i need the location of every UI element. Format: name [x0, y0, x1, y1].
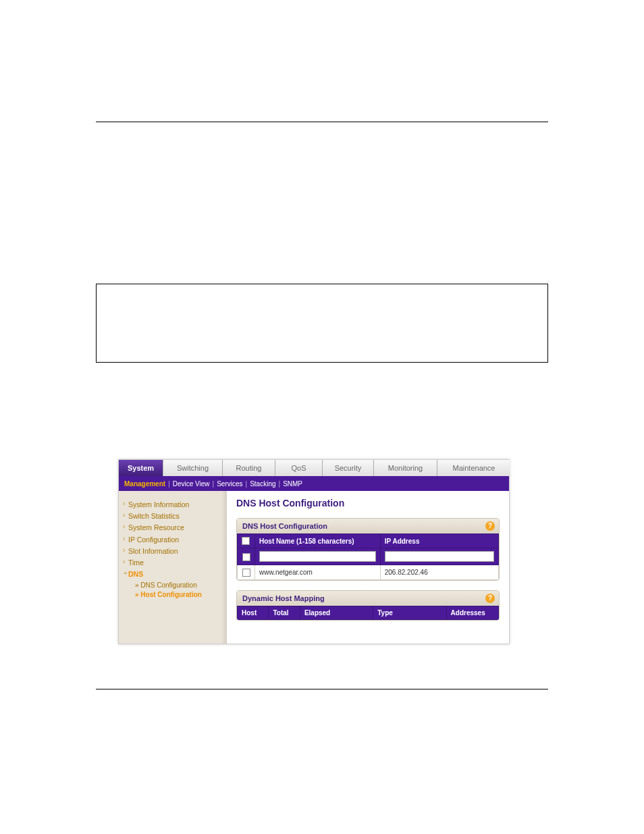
ip-address-input[interactable]: [385, 551, 494, 562]
subnav-separator: |: [279, 480, 281, 488]
host-name-cell: www.netgear.com: [255, 565, 381, 579]
panel-header: DNS Host Configuration ?: [237, 519, 499, 533]
subnav-device-view[interactable]: Device View: [173, 480, 210, 488]
sidebar-sub-label: DNS Configuration: [140, 581, 196, 589]
sidebar-sub-host-configuration[interactable]: » Host Configuration: [123, 590, 223, 600]
sidebar: System Information Switch Statistics Sys…: [119, 491, 227, 644]
subnav-bar: Management | Device View | Services | St…: [119, 476, 509, 491]
tab-security[interactable]: Security: [323, 460, 374, 476]
table-header-row: Host Name (1-158 characters) IP Address: [238, 534, 499, 548]
sidebar-sub-label: Host Configuration: [140, 591, 202, 598]
sidebar-item-slot-information[interactable]: Slot Information: [123, 546, 223, 557]
tab-label: Routing: [236, 464, 262, 472]
col-host: Host: [238, 606, 269, 619]
select-all-header[interactable]: [238, 534, 255, 548]
body-row: System Information Switch Statistics Sys…: [119, 491, 509, 644]
table-row: www.netgear.com 206.82.202.46: [238, 565, 499, 579]
subnav-separator: |: [168, 480, 170, 488]
dns-host-table: Host Name (1-158 characters) IP Address: [237, 533, 499, 580]
col-addresses: Addresses: [446, 606, 498, 619]
help-icon[interactable]: ?: [485, 594, 495, 603]
top-tabs: System Switching Routing QoS Security Mo…: [119, 460, 509, 476]
sidebar-item-time[interactable]: Time: [123, 557, 223, 569]
table-input-row: [238, 548, 499, 565]
subnav-separator: |: [246, 480, 248, 488]
screenshot-region: System Switching Routing QoS Security Mo…: [118, 459, 510, 644]
panel-dns-host-config: DNS Host Configuration ? Host Name (1-15…: [236, 518, 500, 581]
ip-address-cell: 206.82.202.46: [380, 565, 498, 579]
panel-dynamic-host-mapping: Dynamic Host Mapping ? Host Total Elapse…: [236, 590, 500, 621]
bullet-icon: »: [135, 591, 139, 598]
page-title: DNS Host Configuration: [236, 498, 500, 509]
horizontal-rule-top: [96, 122, 548, 122]
checkbox-icon: [242, 569, 250, 577]
tab-switching[interactable]: Switching: [163, 460, 223, 476]
tab-routing[interactable]: Routing: [223, 460, 275, 476]
subnav-services[interactable]: Services: [217, 480, 242, 488]
sidebar-item-dns[interactable]: DNS: [123, 569, 223, 580]
sidebar-sub-dns-configuration[interactable]: » DNS Configuration: [123, 581, 223, 591]
subnav-management[interactable]: Management: [124, 480, 165, 488]
panel-title: Dynamic Host Mapping: [242, 594, 325, 602]
col-ip-address: IP Address: [380, 534, 498, 548]
tab-label: Security: [335, 464, 362, 472]
col-type: Type: [373, 606, 446, 619]
tab-label: System: [128, 464, 154, 472]
ip-address-input-cell: [380, 548, 498, 565]
bullet-icon: »: [135, 581, 139, 589]
col-host-name: Host Name (1-158 characters): [255, 534, 381, 548]
help-icon[interactable]: ?: [485, 521, 495, 531]
col-elapsed: Elapsed: [300, 606, 373, 619]
sidebar-item-system-resource[interactable]: System Resource: [123, 522, 223, 533]
host-name-input[interactable]: [259, 551, 376, 562]
tab-maintenance[interactable]: Maintenance: [437, 460, 510, 476]
row-checkbox-cell[interactable]: [238, 548, 255, 565]
col-total: Total: [269, 606, 300, 619]
row-checkbox-cell[interactable]: [238, 565, 255, 579]
subnav-stacking[interactable]: Stacking: [250, 480, 275, 488]
tab-monitoring[interactable]: Monitoring: [374, 460, 437, 476]
tab-label: Monitoring: [388, 464, 423, 472]
dynamic-host-table: Host Total Elapsed Type Addresses: [237, 606, 499, 620]
panel-title: DNS Host Configuration: [242, 522, 327, 530]
sidebar-item-ip-configuration[interactable]: IP Configuration: [123, 534, 223, 546]
content-box: [96, 284, 548, 363]
main-content: DNS Host Configuration DNS Host Configur…: [227, 491, 509, 644]
sidebar-item-switch-statistics[interactable]: Switch Statistics: [123, 511, 223, 522]
checkbox-icon: [242, 537, 250, 545]
sidebar-item-system-information[interactable]: System Information: [123, 499, 223, 511]
tab-qos[interactable]: QoS: [275, 460, 323, 476]
host-name-input-cell: [255, 548, 381, 565]
horizontal-rule-bottom: [96, 689, 548, 689]
tab-label: Maintenance: [453, 464, 495, 472]
tab-system[interactable]: System: [119, 460, 163, 476]
panel-header: Dynamic Host Mapping ?: [237, 591, 499, 606]
subnav-snmp[interactable]: SNMP: [283, 480, 302, 488]
checkbox-icon: [242, 553, 250, 561]
tab-label: QoS: [291, 464, 306, 472]
subnav-separator: |: [213, 480, 215, 488]
tab-label: Switching: [177, 464, 209, 472]
table-header-row: Host Total Elapsed Type Addresses: [238, 606, 499, 619]
